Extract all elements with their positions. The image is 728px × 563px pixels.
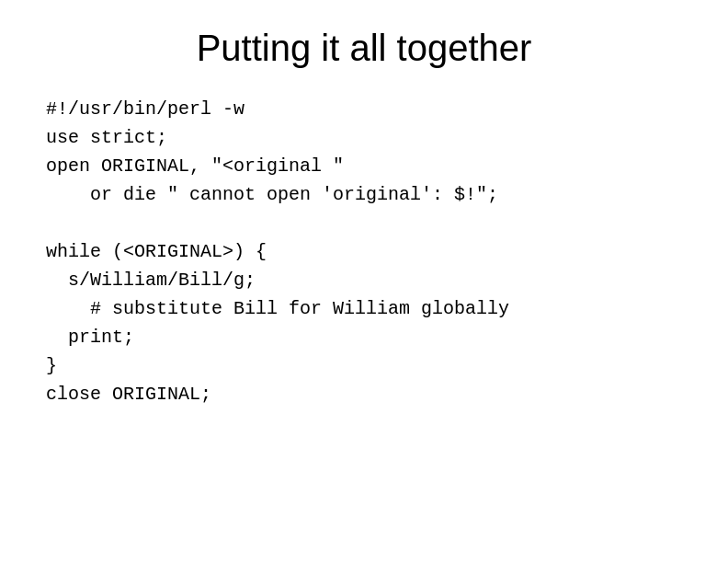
code-line-10: close ORIGINAL; xyxy=(46,380,691,408)
code-line-8: print; xyxy=(46,323,691,351)
slide-title: Putting it all together xyxy=(197,28,532,69)
blank-line-1 xyxy=(46,209,691,237)
code-line-9: } xyxy=(46,351,691,380)
code-line-1: #!/usr/bin/perl -w xyxy=(46,95,691,123)
slide: Putting it all together #!/usr/bin/perl … xyxy=(0,0,728,563)
code-line-4: or die " cannot open 'original': $!"; xyxy=(46,180,691,209)
code-line-7: # substitute Bill for William globally xyxy=(46,294,691,323)
code-line-6: s/William/Bill/g; xyxy=(46,266,691,294)
code-line-5: while (<ORIGINAL>) { xyxy=(46,237,691,266)
code-block: #!/usr/bin/perl -w use strict; open ORIG… xyxy=(37,95,691,408)
code-line-3: open ORIGINAL, "<original " xyxy=(46,152,691,180)
code-line-2: use strict; xyxy=(46,123,691,152)
